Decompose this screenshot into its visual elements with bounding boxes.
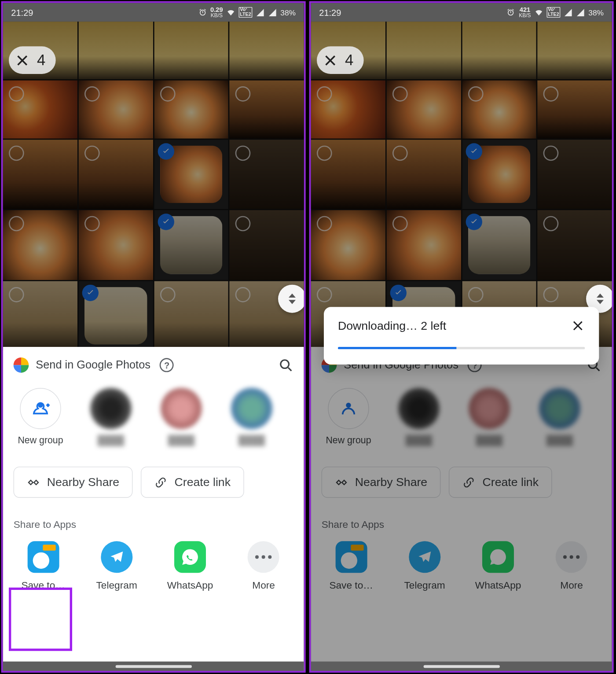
app-whatsapp[interactable]: WhatsApp — [158, 541, 223, 592]
svg-point-1 — [38, 403, 43, 408]
contact-item[interactable]: ████ — [225, 388, 279, 446]
lte-badge-1: Vo¹LTE2 — [239, 7, 253, 18]
new-group-button[interactable]: New group — [14, 388, 68, 446]
status-time: 21:29 — [319, 7, 341, 18]
app-save-to-files[interactable]: Save to… — [11, 541, 76, 592]
photo-thumb[interactable] — [538, 22, 612, 79]
close-icon[interactable] — [323, 52, 338, 68]
status-bar: 21:29 421KB/S Vo¹LTE2 38% — [311, 3, 612, 22]
contact-item[interactable]: ████ — [84, 388, 138, 446]
signal-icon-1 — [564, 8, 572, 17]
sheet-dim-overlay — [311, 347, 612, 671]
photo-thumb[interactable] — [462, 22, 536, 79]
photo-thumb-selected[interactable] — [462, 140, 536, 209]
photo-thumb-selected[interactable] — [78, 281, 153, 350]
screenshot-right: 21:29 421KB/S Vo¹LTE2 38% — [309, 1, 614, 673]
photo-thumb[interactable] — [154, 81, 228, 138]
check-icon — [158, 214, 174, 230]
photo-thumb[interactable] — [78, 81, 153, 138]
alarm-icon — [506, 8, 515, 17]
scroll-handle[interactable] — [278, 285, 306, 313]
apps-row: Save to… Telegram WhatsApp More — [3, 535, 304, 592]
more-icon — [248, 541, 279, 573]
photo-thumb[interactable] — [154, 281, 228, 350]
nearby-share-icon — [27, 476, 40, 489]
check-icon — [82, 284, 98, 301]
download-toast: Downloading… 2 left — [324, 307, 599, 365]
photo-thumb[interactable] — [154, 22, 228, 79]
status-bar: 21:29 0.29KB/S Vo¹LTE2 38% — [3, 3, 304, 22]
photo-thumb-selected[interactable] — [154, 210, 228, 280]
files-icon — [27, 541, 59, 573]
photo-grid[interactable]: 4 — [311, 22, 612, 350]
photo-thumb[interactable] — [311, 81, 385, 138]
photo-thumb[interactable] — [538, 140, 612, 209]
progress-fill — [338, 347, 456, 349]
search-icon[interactable] — [278, 357, 293, 373]
photo-thumb-selected[interactable] — [154, 140, 228, 209]
share-sheet-header: Send in Google Photos ? — [3, 347, 304, 377]
app-telegram[interactable]: Telegram — [84, 541, 149, 592]
photo-thumb[interactable] — [3, 81, 77, 138]
network-speed: 0.29KB/S — [210, 7, 223, 18]
selection-count: 4 — [345, 51, 353, 69]
photo-thumb[interactable] — [230, 210, 304, 280]
screenshot-left: 21:29 0.29KB/S Vo¹LTE2 38% — [1, 1, 306, 673]
nav-bar[interactable] — [311, 662, 612, 671]
create-link-label: Create link — [175, 475, 231, 489]
photo-thumb[interactable] — [230, 140, 304, 209]
photo-thumb[interactable] — [78, 22, 153, 79]
selection-count-pill[interactable]: 4 — [9, 46, 56, 74]
photo-thumb[interactable] — [386, 210, 461, 280]
photo-thumb[interactable] — [538, 81, 612, 138]
whatsapp-icon — [174, 541, 206, 573]
toast-message: Downloading… 2 left — [338, 319, 446, 333]
close-icon[interactable] — [571, 319, 585, 333]
app-more[interactable]: More — [231, 541, 296, 592]
selection-count-pill[interactable]: 4 — [317, 46, 364, 74]
photo-thumb[interactable] — [230, 22, 304, 79]
photo-thumb[interactable] — [386, 22, 461, 79]
share-title: Send in Google Photos — [36, 359, 150, 372]
progress-bar — [338, 347, 585, 349]
signal-icon-2 — [268, 8, 277, 17]
telegram-icon — [101, 541, 132, 573]
photo-thumb[interactable] — [78, 140, 153, 209]
google-photos-icon — [14, 357, 29, 373]
photo-thumb[interactable] — [386, 81, 461, 138]
nearby-share-button[interactable]: Nearby Share — [14, 467, 133, 498]
new-group-label: New group — [18, 435, 63, 446]
close-icon[interactable] — [15, 52, 30, 68]
nearby-share-label: Nearby Share — [47, 475, 120, 489]
lte-badge-1: Vo¹LTE2 — [547, 7, 561, 18]
nav-bar[interactable] — [3, 662, 304, 671]
photo-thumb[interactable] — [3, 281, 77, 350]
photo-thumb[interactable] — [462, 81, 536, 138]
signal-icon-1 — [256, 8, 264, 17]
photo-grid[interactable]: 4 — [3, 22, 304, 350]
help-icon[interactable]: ? — [160, 358, 174, 372]
check-icon — [158, 143, 174, 159]
photo-thumb[interactable] — [311, 210, 385, 280]
new-group-icon — [20, 388, 61, 429]
photo-thumb[interactable] — [230, 81, 304, 138]
wifi-icon — [535, 8, 543, 17]
svg-point-0 — [281, 360, 289, 368]
photo-thumb-selected[interactable] — [462, 210, 536, 280]
photo-thumb[interactable] — [311, 140, 385, 209]
photo-thumb[interactable] — [386, 140, 461, 209]
photo-thumb[interactable] — [3, 210, 77, 280]
network-speed: 421KB/S — [519, 7, 531, 18]
contact-item[interactable]: ████ — [154, 388, 209, 446]
contacts-row: New group ████ ████ ████ — [3, 377, 304, 450]
link-icon — [154, 476, 167, 489]
create-link-button[interactable]: Create link — [141, 467, 244, 498]
battery-text: 38% — [588, 8, 604, 17]
photo-thumb[interactable] — [3, 140, 77, 209]
photo-thumb[interactable] — [78, 210, 153, 280]
status-time: 21:29 — [11, 7, 33, 18]
alarm-icon — [198, 8, 207, 17]
photo-thumb[interactable] — [538, 210, 612, 280]
wifi-icon — [227, 8, 235, 17]
status-right: 0.29KB/S Vo¹LTE2 38% — [198, 7, 296, 18]
